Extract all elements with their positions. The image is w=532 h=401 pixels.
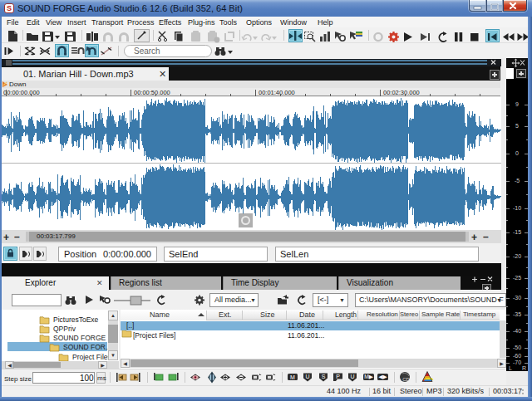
svg-text:CD: CD <box>402 377 410 382</box>
svg-text:S: S <box>322 374 326 379</box>
svg-text:M▶: M▶ <box>364 374 373 379</box>
svg-text:P: P <box>336 374 340 379</box>
svg-text:M: M <box>290 374 295 380</box>
svg-text:U: U <box>305 374 309 379</box>
svg-text:U: U <box>350 374 354 379</box>
svg-text:◀▶: ◀▶ <box>378 374 387 379</box>
